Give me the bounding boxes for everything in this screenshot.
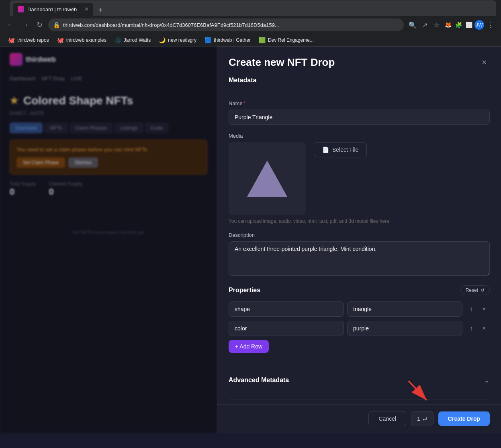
warning-text: You need to set a claim phase before you… [16,147,147,153]
modal-header: Create new NFT Drop × [217,47,501,77]
total-supply-label: Total Supply [10,181,36,187]
refresh-btn[interactable]: ↻ [34,19,45,31]
modal-footer: Cancel 1 ⇄ Create Drop [217,404,501,433]
bm-label-repos: thirdweb repos [17,37,49,43]
description-input[interactable] [229,241,490,276]
prop-delete-btn-2[interactable]: × [479,323,490,334]
star-icon[interactable]: ☆ [431,19,442,31]
empty-state: No NFTs have been minted yet [10,229,207,235]
tab-close-btn[interactable]: × [85,6,88,12]
advanced-metadata-section[interactable]: Advanced Metadata ⌄ [229,369,490,391]
tab-overview[interactable]: Overview [10,122,43,133]
property-value-color[interactable] [347,321,462,336]
footer-divider [229,399,490,399]
search-icon[interactable]: 🔍 [407,19,418,31]
ext-fox-icon[interactable]: 🦊 [443,20,453,30]
modal-close-btn[interactable]: × [479,57,490,68]
more-options-btn[interactable]: ⋮ [485,19,496,31]
bm-label-devrel: Dev Rel Engageme... [268,37,314,43]
tab-favicon [18,6,24,12]
bookmark-jarrod-watts[interactable]: 🌑 Jarrod Watts [111,36,154,44]
bm-icon-devrel: 🟩 [259,37,266,43]
dashboard-tabs: Overview NFTs Claim Phases Listings Code [10,122,207,133]
dashboard-background: thirdweb Dashboard NFT Drop LIVE ★ Color… [0,47,217,433]
bookmark-dev-rel[interactable]: 🟩 Dev Rel Engageme... [256,36,317,44]
reset-icon: ↺ [481,287,485,293]
prop-upload-btn-2[interactable]: ↑ [466,323,477,334]
ext-profile-icon[interactable]: JW [474,20,484,30]
ext-puzzle-icon[interactable]: 🧩 [454,20,463,30]
property-key-shape[interactable] [229,301,344,317]
claimed-supply-value: 0 [49,187,82,197]
add-row-btn[interactable]: + Add Row [229,340,269,353]
dashboard-logo: thirdweb [10,53,56,66]
description-field-group: Description [229,232,490,277]
tab-listings[interactable]: Listings [115,122,143,133]
bm-icon-gather: 🟦 [204,37,211,43]
bookmark-thirdweb-gather[interactable]: 🟦 thirdweb | Gather [201,36,254,44]
set-claim-phase-btn[interactable]: Set Claim Phase [16,157,65,168]
properties-header: Properties Reset ↺ [229,285,490,295]
create-drop-btn[interactable]: Create Drop [438,411,490,426]
bookmark-thirdweb-repos[interactable]: 🐙 thirdweb repos [5,36,52,44]
properties-section: Properties Reset ↺ ↑ × [229,285,490,353]
media-hint: You can upload image, audio, video, html… [229,218,490,224]
select-file-btn[interactable]: 📄 Select File [314,142,367,157]
property-key-color[interactable] [229,321,344,336]
bookmark-thirdweb-examples[interactable]: 🐙 thirdweb examples [54,36,110,44]
total-supply-stat: Total Supply 0 [10,181,36,197]
cancel-btn[interactable]: Cancel [368,411,406,426]
tab-title: Dashboard | thirdweb [27,6,82,12]
tab-code[interactable]: Code [145,122,169,133]
warning-buttons: Set Claim Phase Dismiss [16,157,200,168]
address-bar: ← → ↻ 🔒 thirdweb.com/dashboard/mumbai/nf… [0,16,501,34]
bm-label-restisgry: new restisgry [168,37,196,43]
tab-bar: Dashboard | thirdweb × + [10,0,496,16]
bm-icon-restisgry: 🌙 [159,37,166,43]
tab-claim-phases[interactable]: Claim Phases [70,122,113,133]
triangle-preview-svg [243,157,291,201]
supply-stats: Total Supply 0 Claimed Supply 0 [10,181,207,197]
browser-chrome: Dashboard | thirdweb × + ← → ↻ 🔒 thirdwe… [0,0,501,47]
step-arrows-icon: ⇄ [423,415,427,422]
metadata-divider [229,92,490,92]
share-icon[interactable]: ↗ [419,19,430,31]
nav-nft-drop: NFT Drop [42,75,65,81]
title-bar: Dashboard | thirdweb × + [0,0,501,16]
property-row-color: ↑ × [229,321,490,336]
back-btn[interactable]: ← [5,19,16,31]
nft-collection-title: ★ Colored Shape NFTs [10,94,207,107]
ext-window-icon[interactable]: ⬜ [464,20,474,30]
file-icon: 📄 [322,147,329,153]
prop-delete-btn-1[interactable]: × [479,303,490,315]
logo-text: thirdweb [26,55,56,64]
property-value-shape[interactable] [347,301,462,317]
forward-btn[interactable]: → [19,19,31,31]
bookmarks-bar: 🐙 thirdweb repos 🐙 thirdweb examples 🌑 J… [0,34,501,47]
active-tab[interactable]: Dashboard | thirdweb × [13,3,93,16]
nav-live: LIVE [71,75,82,81]
prop-row2-actions: ↑ × [466,323,490,334]
nav-dashboard: Dashboard [10,75,35,81]
bm-icon-examples: 🐙 [57,37,64,43]
prop-upload-btn-1[interactable]: ↑ [466,303,477,315]
media-preview [229,142,306,215]
chevron-down-icon: ⌄ [484,376,490,385]
dismiss-btn[interactable]: Dismiss [68,157,98,168]
bm-icon-repos: 🐙 [8,37,15,43]
bm-label-gather: thirdweb | Gather [214,37,251,43]
bookmark-new-restisgry[interactable]: 🌙 new restisgry [155,36,200,44]
dashboard-nav: Dashboard NFT Drop LIVE [0,72,217,85]
prop-row1-actions: ↑ × [466,303,490,315]
new-tab-btn[interactable]: + [95,4,106,16]
reset-btn[interactable]: Reset ↺ [460,285,490,295]
media-field-group: Media 📄 Select File You can upload [229,133,490,224]
description-label: Description [229,232,490,238]
name-input[interactable] [229,110,490,125]
address-input-container[interactable]: 🔒 thirdweb.com/dashboard/mumbai/nft-drop… [48,18,404,31]
claimed-supply-stat: Claimed Supply 0 [49,181,82,197]
nft-title-text: Colored Shape NFTs [23,94,133,107]
advanced-divider [229,361,490,361]
modal-title: Create new NFT Drop [229,56,335,69]
tab-nfts[interactable]: NFTs [44,122,67,133]
